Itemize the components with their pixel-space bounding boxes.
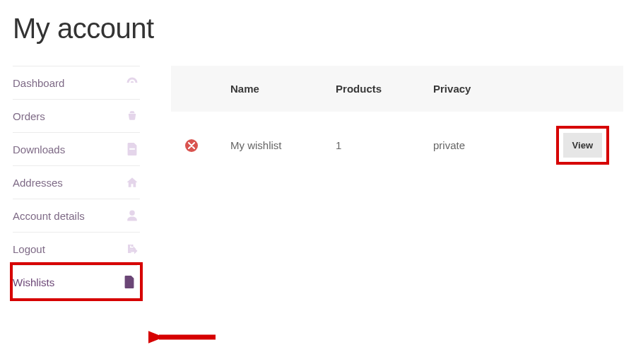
table-header-empty <box>171 66 220 112</box>
content-area: Name Products Privacy My wishlist 1 priv… <box>171 66 623 298</box>
table-header-action <box>509 66 623 112</box>
sidebar-item-wishlists[interactable]: Wishlists <box>13 265 137 298</box>
dashboard-icon <box>126 76 139 89</box>
logout-icon <box>126 242 139 255</box>
highlight-box-wishlists: Wishlists <box>10 262 143 301</box>
basket-icon <box>126 110 139 122</box>
highlight-box-view: View <box>556 126 609 165</box>
annotation-arrow <box>148 327 219 348</box>
sidebar-item-label: Addresses <box>13 177 63 189</box>
document-icon <box>123 276 136 288</box>
cell-privacy: private <box>423 112 509 179</box>
table-header-products: Products <box>326 66 423 112</box>
sidebar-item-label: Dashboard <box>13 77 64 89</box>
table-row: My wishlist 1 private View <box>171 112 623 179</box>
sidebar-item-label: Logout <box>13 243 45 255</box>
sidebar-nav: Dashboard Orders Downloads Addresses Acc <box>13 66 140 298</box>
sidebar-item-logout[interactable]: Logout <box>13 232 140 265</box>
cell-products: 1 <box>326 112 423 179</box>
sidebar-item-addresses[interactable]: Addresses <box>13 165 140 199</box>
user-icon <box>126 209 139 222</box>
table-header-name: Name <box>220 66 326 112</box>
home-icon <box>126 176 139 189</box>
wishlist-table: Name Products Privacy My wishlist 1 priv… <box>171 66 623 179</box>
sidebar-item-account-details[interactable]: Account details <box>13 199 140 232</box>
sidebar-item-label: Orders <box>13 110 45 122</box>
table-header-row: Name Products Privacy <box>171 66 623 112</box>
sidebar-item-downloads[interactable]: Downloads <box>13 132 140 165</box>
sidebar-item-label: Downloads <box>13 143 65 155</box>
sidebar-item-orders[interactable]: Orders <box>13 99 140 132</box>
table-header-privacy: Privacy <box>423 66 509 112</box>
layout: Dashboard Orders Downloads Addresses Acc <box>13 66 623 298</box>
view-wishlist-button[interactable]: View <box>563 133 602 158</box>
sidebar-item-label: Wishlists <box>13 276 54 288</box>
file-icon <box>126 143 139 155</box>
sidebar-item-dashboard[interactable]: Dashboard <box>13 66 140 99</box>
cell-name: My wishlist <box>220 112 326 179</box>
delete-wishlist-button[interactable] <box>185 139 198 152</box>
page-title: My account <box>13 13 623 45</box>
sidebar-item-label: Account details <box>13 210 85 222</box>
